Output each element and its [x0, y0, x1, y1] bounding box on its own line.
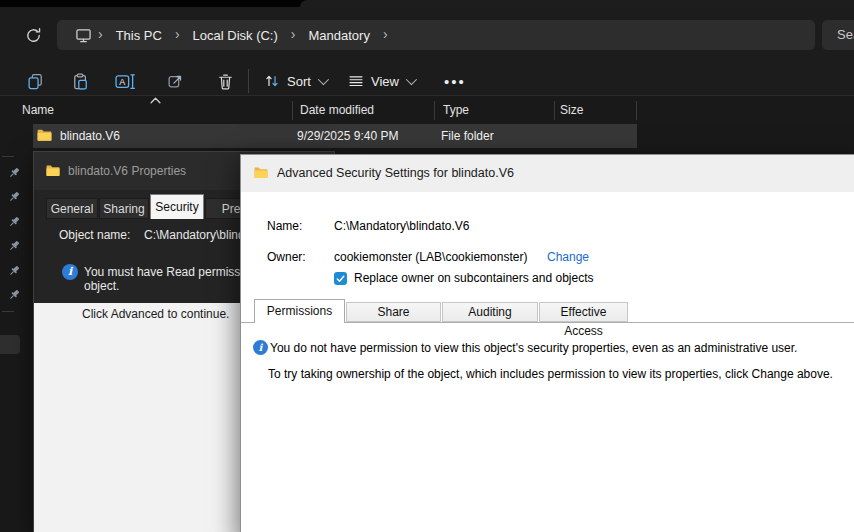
- breadcrumb-this-pc[interactable]: This PC: [105, 28, 173, 43]
- sort-icon: [264, 73, 280, 89]
- rename-icon: A: [115, 73, 136, 90]
- ellipsis-icon: •••: [444, 73, 466, 90]
- take-ownership-message: To try taking ownership of the object, w…: [268, 367, 833, 381]
- no-permission-message: You do not have permission to view this …: [270, 341, 797, 355]
- refresh-button[interactable]: [18, 20, 48, 50]
- search-input[interactable]: Sea: [822, 20, 854, 50]
- folder-icon: [253, 165, 269, 181]
- owner-value: cookiemonster (LAB\cookiemonster): [334, 250, 527, 264]
- folder-icon: [45, 163, 61, 179]
- checkmark-icon: [335, 273, 346, 284]
- read-permissions-message: You must have Read permissions object.: [84, 265, 262, 293]
- message-line-2: object.: [84, 279, 262, 293]
- chevron-down-icon: [318, 74, 329, 85]
- click-advanced-hint: Click Advanced to continue.: [82, 307, 229, 321]
- refresh-icon: [25, 27, 42, 44]
- file-date-modified: 9/29/2025 9:40 PM: [297, 129, 398, 143]
- svg-text:A: A: [119, 76, 125, 86]
- paste-button[interactable]: [63, 66, 97, 96]
- tab-effective-access[interactable]: Effective Access: [539, 302, 628, 322]
- advanced-dialog-title: Advanced Security Settings for blindato.…: [277, 155, 514, 192]
- toolbar-divider: [248, 69, 249, 93]
- tab-general[interactable]: General: [46, 198, 98, 219]
- message-line-1: You must have Read permissions: [84, 265, 262, 279]
- tab-sharing[interactable]: Sharing: [99, 198, 149, 219]
- pin-icon[interactable]: [7, 215, 21, 229]
- advanced-dialog-titlebar[interactable]: Advanced Security Settings for blindato.…: [241, 155, 854, 192]
- tab-share[interactable]: Share: [346, 302, 441, 322]
- view-label: View: [371, 74, 399, 89]
- breadcrumb-chevron[interactable]: ›: [381, 26, 390, 42]
- share-icon: [167, 73, 184, 90]
- paste-icon: [72, 73, 89, 90]
- pin-icon[interactable]: [7, 166, 21, 180]
- object-name-value: C:\Mandatory\blindat: [144, 228, 255, 242]
- column-divider[interactable]: [636, 101, 637, 120]
- active-tab-strip: [300, 0, 854, 7]
- column-header-type[interactable]: Type: [443, 103, 469, 117]
- file-name: blindato.V6: [60, 129, 120, 143]
- owner-label: Owner:: [267, 250, 306, 264]
- sort-ascending-icon: [150, 97, 161, 104]
- pin-icon[interactable]: [7, 264, 21, 278]
- column-divider[interactable]: [434, 101, 435, 120]
- copy-icon: [27, 73, 44, 90]
- file-type: File folder: [441, 129, 494, 143]
- chrome-divider: [0, 95, 854, 96]
- replace-owner-checkbox[interactable]: [334, 272, 347, 285]
- object-name-label: Object name:: [59, 228, 130, 242]
- sort-label: Sort: [287, 74, 311, 89]
- replace-owner-label[interactable]: Replace owner on subcontainers and objec…: [354, 271, 593, 285]
- view-icon: [348, 73, 364, 89]
- name-value: C:\Mandatory\blindato.V6: [334, 219, 469, 233]
- view-button[interactable]: View: [342, 66, 420, 96]
- see-more-button[interactable]: •••: [438, 66, 472, 96]
- breadcrumb-chevron[interactable]: ›: [289, 26, 298, 42]
- pin-icon[interactable]: [7, 288, 21, 302]
- folder-icon: [36, 127, 53, 144]
- sidebar-divider: [2, 311, 14, 312]
- advanced-security-dialog: Advanced Security Settings for blindato.…: [240, 154, 854, 532]
- breadcrumb-mandatory[interactable]: Mandatory: [298, 28, 381, 43]
- screen: › This PC › Local Disk (C:) › Mandatory …: [0, 0, 854, 532]
- breadcrumb-local-disk-c[interactable]: Local Disk (C:): [182, 28, 289, 43]
- tab-auditing[interactable]: Auditing: [442, 302, 538, 322]
- pin-icon[interactable]: [7, 239, 21, 253]
- this-pc-icon: [75, 27, 92, 44]
- column-header-size[interactable]: Size: [560, 103, 583, 117]
- trash-icon: [217, 73, 234, 90]
- breadcrumb-chevron[interactable]: ›: [173, 26, 182, 42]
- column-header-name[interactable]: Name: [22, 103, 54, 117]
- tab-security[interactable]: Security: [150, 194, 204, 219]
- column-divider[interactable]: [554, 101, 555, 120]
- sidebar-selected-item[interactable]: [0, 335, 20, 354]
- info-icon: i: [253, 340, 268, 355]
- tab-permissions[interactable]: Permissions: [254, 299, 345, 323]
- name-label: Name:: [267, 219, 302, 233]
- delete-button[interactable]: [208, 66, 242, 96]
- rename-button[interactable]: A: [108, 66, 142, 96]
- table-row[interactable]: blindato.V6 9/29/2025 9:40 PM File folde…: [33, 124, 637, 148]
- chevron-down-icon: [406, 74, 417, 85]
- sidebar-divider: [2, 156, 14, 157]
- column-header-date-modified[interactable]: Date modified: [300, 103, 374, 117]
- sort-button[interactable]: Sort: [258, 66, 332, 96]
- explorer-chrome: › This PC › Local Disk (C:) › Mandatory …: [0, 7, 854, 96]
- column-divider[interactable]: [292, 101, 293, 120]
- properties-dialog-title: blindato.V6 Properties: [68, 152, 186, 190]
- share-button[interactable]: [158, 66, 192, 96]
- change-owner-link[interactable]: Change: [547, 250, 589, 264]
- address-bar[interactable]: › This PC › Local Disk (C:) › Mandatory …: [57, 20, 815, 50]
- pin-icon[interactable]: [7, 190, 21, 204]
- info-icon: i: [62, 264, 78, 280]
- breadcrumb-chevron[interactable]: ›: [96, 26, 105, 42]
- copy-button[interactable]: [18, 66, 52, 96]
